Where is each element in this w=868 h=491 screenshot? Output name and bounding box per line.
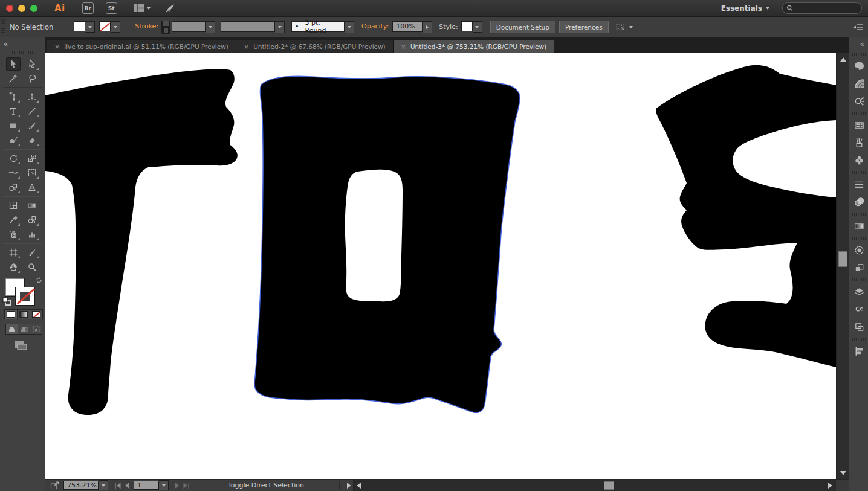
- selection-tool[interactable]: [6, 57, 21, 71]
- align-panel-icon[interactable]: [849, 342, 868, 360]
- opacity-arrow[interactable]: [423, 21, 432, 33]
- share-export-icon[interactable]: [50, 481, 60, 490]
- gradient-button[interactable]: [18, 309, 30, 319]
- dock-expand-button[interactable]: «: [849, 37, 868, 51]
- opacity-value[interactable]: 100%: [392, 21, 423, 32]
- brushes-panel-icon[interactable]: [849, 134, 868, 152]
- arrange-documents-button[interactable]: [133, 4, 151, 13]
- brush-definition-value[interactable]: • 3 pt. Round: [291, 21, 345, 32]
- document-tab[interactable]: × live to sup-original.ai @ 51.11% (RGB/…: [47, 40, 236, 53]
- stepper-up[interactable]: [161, 21, 170, 27]
- panel-drag-handle[interactable]: [852, 171, 866, 174]
- magic-wand-tool[interactable]: [6, 72, 21, 85]
- pen-tool[interactable]: [6, 90, 21, 103]
- minimize-window-button[interactable]: [18, 5, 25, 12]
- search-input[interactable]: [795, 4, 850, 13]
- slice-tool[interactable]: [25, 246, 39, 259]
- change-screen-mode-icon[interactable]: [13, 339, 28, 351]
- stroke-weight-stepper[interactable]: [161, 21, 170, 33]
- eraser-tool[interactable]: [25, 133, 39, 147]
- rectangle-tool[interactable]: [6, 119, 21, 132]
- appearance-panel-icon[interactable]: [849, 242, 868, 259]
- artboards-panel-icon[interactable]: [849, 318, 868, 336]
- stroke-weight-dropdown[interactable]: [172, 21, 215, 33]
- blend-tool[interactable]: [25, 213, 39, 226]
- panel-drag-handle[interactable]: [852, 237, 866, 240]
- last-artboard-button[interactable]: [181, 481, 190, 490]
- zoom-tool[interactable]: [25, 260, 39, 274]
- next-artboard-button[interactable]: [172, 481, 181, 490]
- fill-color-control[interactable]: [74, 21, 95, 33]
- layers-panel-icon[interactable]: [849, 283, 868, 301]
- control-panel-menu-icon[interactable]: [853, 24, 863, 31]
- panel-drag-handle[interactable]: [852, 112, 866, 115]
- stroke-panel-icon[interactable]: [849, 176, 868, 193]
- gpu-performance-rocket-icon[interactable]: [164, 3, 176, 14]
- stock-button[interactable]: St: [106, 2, 117, 14]
- stroke-color-control[interactable]: [99, 21, 120, 33]
- stroke-dropdown[interactable]: [111, 21, 120, 33]
- panel-drag-handle[interactable]: [852, 53, 866, 56]
- fill-dropdown[interactable]: [85, 21, 95, 33]
- close-window-button[interactable]: [6, 5, 13, 12]
- paintbrush-tool[interactable]: [25, 119, 39, 132]
- scroll-down-arrow[interactable]: [837, 468, 849, 478]
- lasso-tool[interactable]: [25, 72, 39, 85]
- draw-behind-button[interactable]: [18, 324, 30, 335]
- vertical-scroll-thumb[interactable]: [838, 251, 847, 267]
- type-tool[interactable]: [6, 104, 21, 118]
- default-fill-stroke-icon[interactable]: [2, 297, 11, 306]
- opacity-label[interactable]: Opacity:: [361, 22, 389, 31]
- line-segment-tool[interactable]: [25, 104, 39, 118]
- horizontal-scroll-thumb[interactable]: [604, 481, 614, 490]
- zoom-window-button[interactable]: [30, 5, 37, 12]
- symbols-panel-icon[interactable]: [849, 152, 868, 169]
- column-graph-tool[interactable]: [25, 228, 39, 241]
- swap-fill-stroke-icon[interactable]: [35, 277, 43, 284]
- fill-swatch[interactable]: [74, 21, 85, 31]
- perspective-grid-tool[interactable]: [25, 181, 39, 194]
- stroke-color-indicator[interactable]: [16, 287, 34, 305]
- stroke-swatch-none[interactable]: [99, 21, 111, 31]
- document-tab-active[interactable]: × Untitled-3* @ 753.21% (RGB/GPU Preview…: [394, 40, 554, 53]
- panel-drag-handle[interactable]: [12, 51, 33, 54]
- style-swatch[interactable]: [461, 21, 473, 31]
- close-tab-icon[interactable]: ×: [54, 43, 60, 50]
- opacity-control[interactable]: 100%: [392, 21, 432, 33]
- color-themes-panel-icon[interactable]: [849, 92, 868, 110]
- draw-normal-button[interactable]: [5, 324, 18, 335]
- first-artboard-button[interactable]: [113, 481, 122, 490]
- curvature-tool[interactable]: [25, 90, 39, 103]
- status-bar-options-button[interactable]: [344, 481, 353, 490]
- artboard-number-dropdown[interactable]: [159, 480, 169, 490]
- stroke-weight-value[interactable]: [172, 21, 206, 32]
- symbol-sprayer-tool[interactable]: [6, 228, 21, 241]
- document-setup-button[interactable]: Document Setup: [490, 21, 555, 33]
- document-tab[interactable]: × Untitled-2* @ 67.68% (RGB/GPU Preview): [236, 40, 394, 53]
- workspace-switcher[interactable]: Essentials: [721, 4, 769, 13]
- artboard-number-field[interactable]: 1: [134, 481, 159, 490]
- search-box[interactable]: [782, 2, 862, 14]
- direct-selection-tool[interactable]: [25, 57, 39, 71]
- preferences-button[interactable]: Preferences: [559, 21, 609, 33]
- close-tab-icon[interactable]: ×: [401, 43, 406, 50]
- rotate-tool[interactable]: [6, 152, 21, 165]
- panel-drag-handle[interactable]: [852, 213, 866, 216]
- swatches-panel-icon[interactable]: [849, 117, 868, 134]
- scroll-right-arrow[interactable]: [828, 483, 832, 489]
- draw-inside-button[interactable]: [30, 324, 42, 335]
- zoom-level-dropdown[interactable]: [99, 480, 108, 490]
- variable-width-profile-dropdown[interactable]: [221, 21, 285, 33]
- panel-drag-handle[interactable]: [852, 278, 866, 281]
- color-guide-panel-icon[interactable]: [849, 75, 868, 92]
- select-similar-dropdown[interactable]: [629, 26, 633, 28]
- mesh-tool[interactable]: [6, 199, 21, 212]
- style-dropdown[interactable]: [473, 21, 482, 33]
- previous-artboard-button[interactable]: [122, 481, 131, 490]
- free-transform-tool[interactable]: [25, 166, 39, 179]
- stroke-weight-label[interactable]: Stroke:: [135, 22, 158, 31]
- brush-definition-arrow[interactable]: [345, 21, 354, 33]
- brush-definition-dropdown[interactable]: • 3 pt. Round: [291, 21, 354, 33]
- scale-tool[interactable]: [25, 152, 39, 165]
- cc-libraries-panel-icon[interactable]: [849, 301, 868, 318]
